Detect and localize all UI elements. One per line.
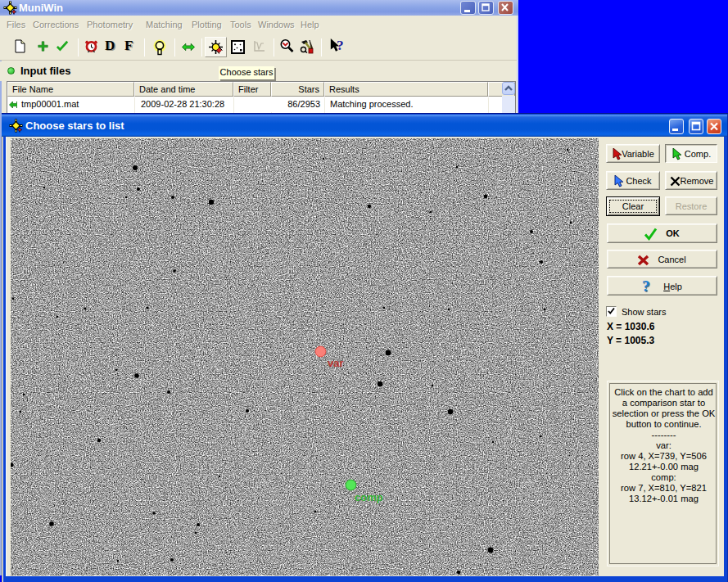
svg-text:?: ? (337, 38, 344, 53)
svg-text:var: var (328, 357, 344, 369)
svg-text:comp: comp (355, 491, 383, 503)
